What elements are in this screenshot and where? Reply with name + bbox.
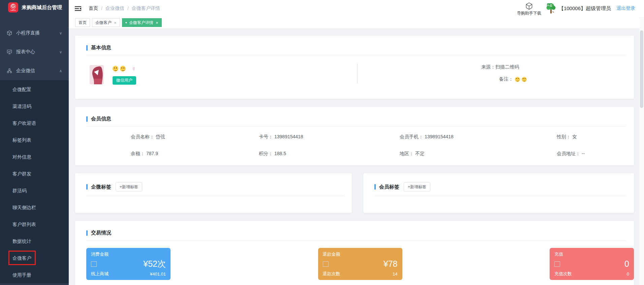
sidebar-item-label: 报表中心 (16, 49, 59, 55)
field-label: 会员手机： (400, 134, 423, 139)
section-accent-bar (374, 184, 376, 190)
field-value: 188.5 (274, 151, 286, 156)
smiley-emoji-icon (113, 66, 118, 72)
sidebar-item-enterprise-wechat[interactable]: 企业微信 ∧ (0, 61, 69, 80)
submenu-label: 对外信息 (12, 154, 31, 160)
basic-info-card: 基本信息 ♀ 微信用户 来源：扫 (75, 36, 634, 99)
report-icon (7, 49, 12, 55)
nickname-emojis: ♀ (113, 65, 136, 72)
field-value: 13989154418 (425, 134, 454, 139)
submenu-item-chat-sidebar[interactable]: 聊天侧边栏 (0, 199, 69, 216)
member-name-field: 会员名称：岱弦 (75, 128, 203, 145)
header-right: 导购助手下载 许愿 【100006】超级管理员 退出登录 (517, 1, 644, 16)
image-placeholder-icon (323, 261, 329, 267)
sidebar: G LaiGo 来购商城后台管理 分销佣金 小程序直播 ∨ 报表中心 ∨ (0, 0, 69, 285)
section-accent-bar (86, 116, 88, 122)
submenu-item-group-livecode[interactable]: 群活码 (0, 182, 69, 199)
field-value: 13989154418 (274, 134, 303, 139)
add-qiwei-tag-button[interactable]: +新增标签 (116, 182, 142, 192)
tab-qiwei-customer[interactable]: 企微客户 × (92, 18, 120, 27)
region-field: 地区：不定 (344, 145, 501, 162)
field-label: 会员名称： (131, 134, 154, 139)
submenu-label: 客户欢迎语 (12, 120, 36, 126)
field-label: 卡号： (259, 134, 273, 139)
member-address-field: 会员地址：-- (501, 145, 634, 162)
main-content: 基本信息 ♀ 微信用户 来源：扫 (69, 28, 644, 285)
submenu-item-tag-list[interactable]: 标签列表 (0, 132, 69, 148)
female-gender-icon: ♀ (131, 65, 136, 72)
sidebar-item-mini-program-live[interactable]: 小程序直播 ∨ (0, 24, 69, 42)
smiley-emoji-icon (522, 77, 527, 82)
submenu-item-user-manual[interactable]: 使用手册 (0, 266, 69, 283)
submenu-item-customer-welcome[interactable]: 客户欢迎语 (0, 115, 69, 132)
sidebar-item-label: 小程序直播 (16, 30, 59, 36)
submenu-item-customer-mass-send[interactable]: 客户群发 (0, 165, 69, 182)
tab-home[interactable]: 首页 (75, 18, 90, 27)
app-logo: G LaiGo 来购商城后台管理 (0, 0, 69, 15)
section-accent-bar (86, 184, 88, 190)
submenu-item-channel-livecode[interactable]: 渠道活码 (0, 98, 69, 115)
submenu-item-qiwei-customer[interactable]: 企微客户 (0, 250, 69, 266)
field-label: 余额： (131, 151, 145, 156)
vertical-scrollbar[interactable] (639, 17, 644, 285)
chevron-up-icon: ∧ (59, 69, 62, 73)
field-label: 积分： (259, 151, 273, 156)
submenu-label: 群活码 (12, 188, 27, 193)
field-value: 岱弦 (156, 134, 165, 139)
member-info-grid: 会员名称：岱弦 卡号：13989154418 会员手机：13989154418 … (75, 128, 634, 162)
sidebar-item-report-center[interactable]: 报表中心 ∨ (0, 42, 69, 61)
image-placeholder-icon (91, 261, 97, 267)
section-title: 企微标签 (91, 184, 111, 190)
sidebar-item-partial[interactable]: 分销佣金 (0, 15, 69, 20)
stat-footer-value: 14 (393, 272, 397, 277)
breadcrumb-enterprise-wechat[interactable]: 企业微信 (105, 5, 124, 11)
breadcrumb-separator: / (127, 6, 129, 11)
field-label: 性别： (557, 134, 571, 139)
submenu-item-qiwei-config[interactable]: 企微配置 (0, 81, 69, 98)
recharge-stat-card: 充值 0 充值次数 0 (550, 248, 634, 280)
chevron-down-icon: ∨ (59, 31, 62, 35)
field-label: 会员地址： (557, 151, 580, 156)
wish-tree-avatar[interactable]: 许愿 (546, 3, 556, 14)
app-title: 来购商城后台管理 (22, 4, 62, 11)
breadcrumb-home[interactable]: 首页 (89, 5, 98, 11)
vertical-divider (357, 64, 358, 83)
stat-title: 退款金额 (323, 251, 398, 257)
assistant-download-button[interactable]: 导购助手下载 (517, 2, 541, 16)
submenu-item-external-info[interactable]: 对外信息 (0, 148, 69, 165)
org-icon (7, 68, 12, 74)
submenu-label: 标签列表 (12, 137, 31, 143)
breadcrumb: 首页 / 企业微信 / 企微客户详情 (89, 5, 160, 11)
card-number-field: 卡号：13989154418 (203, 128, 344, 145)
section-accent-bar (86, 45, 88, 51)
sidebar-menu: 小程序直播 ∨ 报表中心 ∨ 企业微信 ∧ (0, 24, 69, 80)
logo-g-glyph: G (10, 4, 16, 9)
tab-qiwei-customer-detail[interactable]: ● 企微客户详情 × (122, 18, 162, 27)
download-label: 导购助手下载 (517, 10, 541, 16)
stat-footer-label: 退款次数 (323, 271, 340, 277)
close-icon[interactable]: × (114, 20, 117, 25)
balance-field: 余额：787.9 (75, 145, 203, 162)
scrollbar-thumb[interactable] (640, 30, 643, 108)
points-field: 积分：188.5 (203, 145, 344, 162)
close-icon[interactable]: × (156, 20, 158, 25)
remark-row: 备注： (499, 76, 527, 82)
add-member-tag-button[interactable]: +新增标签 (404, 182, 430, 192)
stat-footer-value: 0 (627, 272, 629, 277)
customer-avatar (90, 65, 104, 84)
wechat-user-badge: 微信用户 (113, 76, 136, 85)
submenu-item-data-stats[interactable]: 数据统计 (0, 233, 69, 250)
stat-footer-label: 线上商城 (91, 271, 109, 277)
section-title: 交易情况 (91, 230, 111, 236)
sidebar-fold-icon[interactable] (75, 6, 81, 11)
tab-label: 企微客户 (95, 20, 112, 26)
gender-field: 性别：女 (501, 128, 634, 145)
section-title: 会员信息 (91, 116, 111, 122)
account-name: 【100006】超级管理员 (559, 5, 611, 12)
tab-label: 首页 (79, 20, 87, 26)
active-dot-icon: ● (125, 21, 127, 24)
transaction-card: 交易情况 消费金额 ¥52次 线上商城 ¥401.01 退款金额 ¥78 (75, 221, 634, 285)
laigo-logo-icon: G LaiGo (8, 2, 18, 12)
logout-link[interactable]: 退出登录 (616, 5, 635, 11)
submenu-item-customer-group-list[interactable]: 客户群列表 (0, 216, 69, 233)
